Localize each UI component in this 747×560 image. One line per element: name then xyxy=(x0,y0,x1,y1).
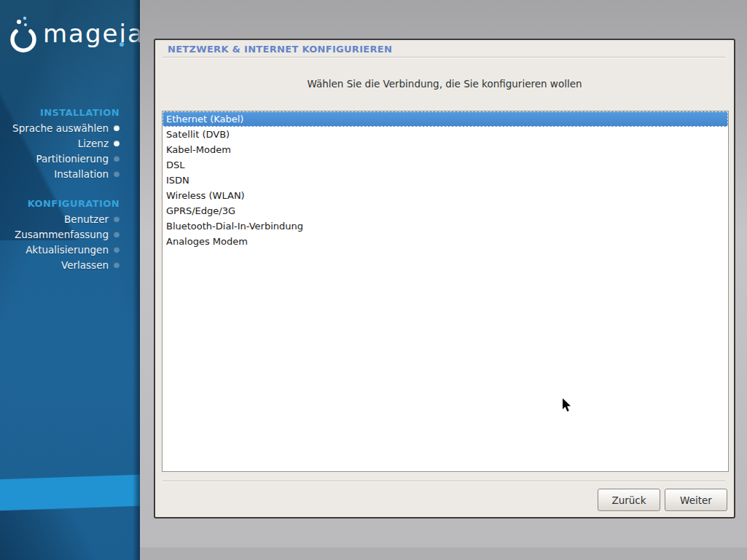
sidebar-item-verlassen: Verlassen xyxy=(0,257,120,272)
heading-separator xyxy=(163,57,725,58)
connection-type-list[interactable]: Ethernet (Kabel)Satellit (DVB)Kabel-Mode… xyxy=(162,111,729,472)
mageia-logo-text: mageia xyxy=(43,16,140,51)
sidebar-item-label: Sprache auswählen xyxy=(12,122,109,134)
sidebar-item-label: Partitionierung xyxy=(36,153,109,165)
installer-sidebar: mageia INSTALLATIONSprache auswählenLize… xyxy=(0,0,140,560)
nav-section-installation: INSTALLATIONSprache auswählenLizenzParti… xyxy=(0,105,120,181)
sidebar-item-lizenz: Lizenz xyxy=(0,135,120,151)
sidebar-item-label: Benutzer xyxy=(64,213,109,225)
sidebar-item-benutzer: Benutzer xyxy=(0,211,120,226)
mouse-cursor-icon xyxy=(562,398,572,413)
nav-section-header: KONFIGURATION xyxy=(0,196,120,211)
step-status-bullet xyxy=(114,216,120,222)
connection-option-dsl[interactable]: DSL xyxy=(163,157,728,173)
connection-option-isdn[interactable]: ISDN xyxy=(163,173,728,188)
step-status-bullet xyxy=(114,232,120,237)
step-status-bullet xyxy=(114,125,120,131)
step-status-bullet xyxy=(114,141,120,146)
step-status-bullet xyxy=(114,247,120,253)
sidebar-item-label: Verlassen xyxy=(61,259,109,271)
sidebar-item-sprache-auswählen: Sprache auswählen xyxy=(0,120,120,135)
installer-step-panel: NETZWERK & INTERNET KONFIGURIEREN Wählen… xyxy=(154,39,735,518)
connection-option-gprs-edge-3g[interactable]: GPRS/Edge/3G xyxy=(163,203,728,218)
next-button[interactable]: Weiter xyxy=(665,489,727,511)
instruction-text: Wählen Sie die Verbindung, die Sie konfi… xyxy=(155,78,734,90)
connection-option-kabel-modem[interactable]: Kabel-Modem xyxy=(163,142,728,157)
mageia-cauldron-icon xyxy=(7,16,38,52)
sidebar-item-label: Installation xyxy=(54,168,109,180)
nav-section-header: INSTALLATION xyxy=(0,105,120,120)
step-status-bullet xyxy=(114,262,120,268)
step-status-bullet xyxy=(114,156,120,162)
installer-steps-nav: INSTALLATIONSprache auswählenLizenzParti… xyxy=(0,105,140,272)
back-button[interactable]: Zurück xyxy=(598,489,660,511)
nav-section-konfiguration: KONFIGURATIONBenutzerZusammenfassungAktu… xyxy=(0,196,120,272)
connection-option-satellit-dvb[interactable]: Satellit (DVB) xyxy=(163,127,728,142)
sidebar-item-partitionierung: Partitionierung xyxy=(0,151,120,166)
connection-option-analoges-modem[interactable]: Analoges Modem xyxy=(163,234,728,249)
footer-separator xyxy=(163,481,725,482)
mageia-logo: mageia xyxy=(7,16,140,52)
sidebar-item-label: Aktualisierungen xyxy=(26,244,109,256)
sidebar-item-label: Lizenz xyxy=(78,138,109,149)
sidebar-item-label: Zusammenfassung xyxy=(15,229,109,240)
sidebar-item-zusammenfassung: Zusammenfassung xyxy=(0,226,120,242)
step-title: NETZWERK & INTERNET KONFIGURIEREN xyxy=(168,44,392,55)
sidebar-item-installation: Installation xyxy=(0,166,120,181)
connection-option-ethernet-kabel[interactable]: Ethernet (Kabel) xyxy=(163,111,728,127)
wizard-actions: Zurück Weiter xyxy=(598,489,727,511)
sidebar-accent-stripe xyxy=(0,474,140,510)
connection-option-wireless-wlan[interactable]: Wireless (WLAN) xyxy=(163,188,728,203)
connection-option-bluetooth-dial-in-verbindung[interactable]: Bluetooth-Dial-In-Verbindung xyxy=(163,218,728,234)
sidebar-item-aktualisierungen: Aktualisierungen xyxy=(0,242,120,257)
sidebar-edge-shadow xyxy=(133,0,140,560)
step-status-bullet xyxy=(114,171,120,177)
